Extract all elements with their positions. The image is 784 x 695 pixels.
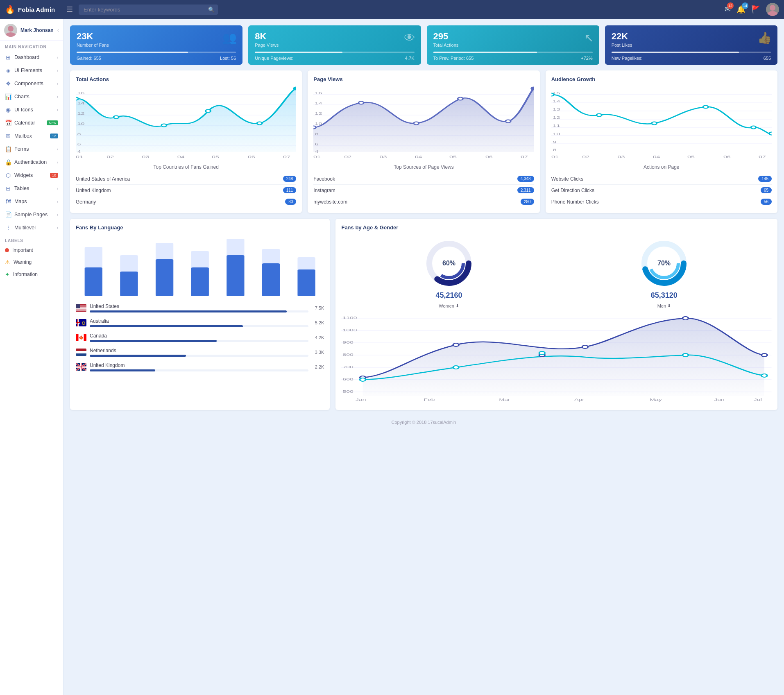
svg-text:05: 05 [687,155,695,159]
sidebar-label-tables: Tables [14,186,29,191]
svg-point-2 [8,26,14,32]
sidebar-item-widgets[interactable]: ⬡ Widgets 10 [0,169,63,182]
messages-icon-wrap[interactable]: ✉ 12 [725,5,731,14]
lang-bar-fill-us [90,310,287,312]
men-label: Men ⬇ [657,303,671,308]
svg-rect-121 [76,334,79,341]
sidebar-item-sample-pages[interactable]: 📄 Sample Pages › [0,208,63,221]
lang-info-ca: Canada [90,333,308,342]
sidebar-label-ui-elements: UI Elements [14,68,42,73]
sidebar-item-multilevel[interactable]: ⋮ Multilevel › [0,221,63,234]
svg-text:Jul: Jul [754,398,762,402]
fans-age-gender-panel: Fans by Age & Gender 60% 45,2160 Women [335,219,777,410]
svg-text:10: 10 [77,122,85,126]
svg-rect-124 [76,349,86,351]
sidebar-item-forms[interactable]: 📋 Forms › [0,143,63,156]
audience-growth-subtable: Actions on Page Website Clicks 145 Get D… [551,164,772,207]
svg-text:03: 03 [142,155,149,159]
notifications-icon-wrap[interactable]: 🔔 14 [736,5,745,14]
svg-point-13 [206,110,211,113]
svg-text:6: 6 [315,142,319,146]
svg-text:04: 04 [653,155,660,159]
svg-point-1 [768,11,777,16]
flag-icon-wrap[interactable]: 🚩 [751,5,760,14]
svg-text:16: 16 [77,91,85,95]
chevron-icon: › [57,147,58,152]
sidebar-item-ui-icons[interactable]: ◉ UI Icons › [0,103,63,116]
chevron-icon: › [57,160,58,165]
svg-rect-125 [76,351,86,353]
sidebar-item-mailbox[interactable]: ✉ Mailbox 12 [0,129,63,143]
total-actions-subtable: Top Countries of Fans Gained United Stat… [76,164,296,207]
svg-text:Apr: Apr [574,398,585,402]
sidebar-label-charts: Charts [14,94,29,100]
svg-text:07: 07 [283,155,290,159]
label-important-text: Important [12,247,33,253]
sidebar-collapse-button[interactable]: ‹ [57,27,59,33]
list-item: United Kingdom 2.2K [76,362,324,371]
hamburger-button[interactable]: ☰ [66,5,73,14]
sidebar-section-label: MAIN NAVIGATION [0,41,63,51]
maps-icon: 🗺 [5,198,11,205]
fans-footer-right: Lost: 56 [220,56,236,61]
sidebar-item-tables[interactable]: ⊟ Tables › [0,182,63,195]
chevron-icon: › [57,95,58,99]
table-row: Phone Number Clicks 56 [551,196,772,207]
sidebar-username: Mark Jhonsan [20,27,54,33]
au-flag [76,319,86,326]
sidebar-item-components[interactable]: ❖ Components › [0,77,63,90]
label-warning[interactable]: ⚠ Warning [0,256,63,268]
sidebar-item-dashboard[interactable]: ⊞ Dashboard › [0,51,63,64]
label-information[interactable]: ✦ Information [0,268,63,281]
svg-rect-89 [156,259,173,296]
svg-text:9: 9 [553,140,556,144]
svg-point-156 [683,317,689,320]
lang-bar-list: United States 7.5K [76,303,324,371]
audience-growth-panel: Audience Growth [546,70,777,213]
labels-section-label: LABELS [0,234,63,244]
svg-point-64 [596,114,602,117]
women-donut-wrap: 60% 45,2160 Women ⬇ [424,239,474,308]
svg-point-37 [359,102,364,104]
sidebar-item-authentication[interactable]: 🔒 Authentication › [0,156,63,169]
country-name: United States of America [76,176,130,182]
svg-rect-110 [76,310,86,311]
chevron-icon: › [57,213,58,217]
nl-flag [76,349,86,356]
sidebar-item-charts[interactable]: 📊 Charts › [0,90,63,103]
svg-text:10: 10 [553,132,560,136]
user-avatar[interactable] [766,3,779,16]
lang-info-au: Australia [90,318,308,327]
svg-text:06: 06 [723,155,731,159]
sidebar-item-calendar[interactable]: 📅 Calendar New [0,116,63,129]
likes-footer: New Pagelikes: 655 [612,53,771,65]
sidebar-user: Mark Jhonsan ‹ [0,19,63,41]
stat-card-fans: 23K Number of Fans 👥 Gained: 655 Lost: 5… [70,25,242,65]
svg-text:01: 01 [551,155,559,159]
actions-footer-right: +72% [581,56,592,61]
svg-text:02: 02 [344,155,352,159]
layout: Mark Jhonsan ‹ MAIN NAVIGATION ⊞ Dashboa… [0,19,784,695]
svg-text:4: 4 [77,149,81,154]
action-value: 56 [761,199,772,205]
country-name: Germany [76,199,96,205]
lang-bar-fill-au [90,325,243,327]
svg-point-3 [5,32,16,37]
action-name: Website Clicks [551,176,583,182]
lang-info-uk: United Kingdom [90,362,308,371]
sidebar-item-ui-elements[interactable]: ◈ UI Elements › [0,64,63,77]
svg-point-39 [458,97,463,100]
svg-text:600: 600 [343,377,353,382]
sidebar-item-maps[interactable]: 🗺 Maps › [0,195,63,208]
source-value: 280 [521,199,534,205]
ag-subtable-title: Actions on Page [551,164,772,170]
label-important[interactable]: Important [0,244,63,256]
sidebar: Mark Jhonsan ‹ MAIN NAVIGATION ⊞ Dashboa… [0,19,63,695]
table-row: Website Clicks 145 [551,173,772,185]
women-label: Women ⬇ [439,303,459,308]
sidebar-label-mailbox: Mailbox [14,133,32,139]
notifications-badge: 14 [742,2,748,9]
sidebar-label-calendar: Calendar [14,120,35,126]
search-input[interactable] [79,5,218,15]
svg-text:500: 500 [343,389,353,394]
